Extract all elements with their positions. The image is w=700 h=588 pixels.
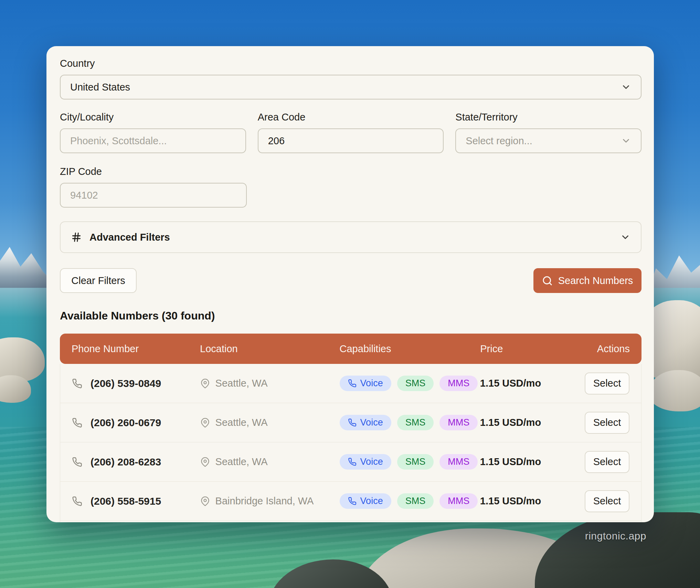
results-table-header: Phone Number Location Capabilities Price… [60,334,641,364]
table-row: (206) 208-6283 Seattle, WA VoiceSMSMMS 1… [60,442,641,482]
price-text: 1.15 USD/mo [480,495,557,507]
phone-icon [72,496,82,506]
site-watermark: ringtonic.app [585,530,646,542]
area-code-label: Area Code [258,112,444,123]
sms-capability-label: SMS [405,417,426,428]
voice-capability-label: Voice [360,456,383,467]
state-placeholder: Select region... [466,135,532,147]
zip-input[interactable] [60,183,247,208]
sms-capability-label: SMS [405,456,426,467]
mms-capability-badge: MMS [439,493,478,509]
select-button[interactable]: Select [585,451,629,473]
search-numbers-button[interactable]: Search Numbers [533,268,641,293]
phone-number-text: (206) 558-5915 [91,495,161,507]
column-header-location: Location [200,343,340,355]
select-button[interactable]: Select [585,412,629,434]
sms-capability-badge: SMS [397,415,434,430]
results-heading: Available Numbers (30 found) [60,309,641,322]
search-numbers-label: Search Numbers [558,275,633,286]
chevron-down-icon [621,82,631,92]
zip-label: ZIP Code [60,166,247,177]
actions-cell: Select [557,412,629,434]
location-text: Seattle, WA [215,417,268,428]
phone-number-cell: (206) 208-6283 [72,456,200,468]
advanced-filters-label: Advanced Filters [89,232,170,243]
table-row: (206) 539-0849 Seattle, WA VoiceSMSMMS 1… [60,364,641,403]
country-value: United States [70,82,130,93]
phone-icon [72,418,82,428]
capabilities-cell: VoiceSMSMMS [340,415,480,430]
location-text: Seattle, WA [215,456,268,468]
phone-number-text: (206) 539-0849 [91,378,161,389]
phone-number-text: (206) 208-6283 [91,456,161,468]
location-text: Bainbridge Island, WA [215,495,314,507]
table-row-clipped [60,521,641,522]
location-cell: Seattle, WA [200,456,340,468]
phone-icon [72,378,82,389]
phone-icon [348,497,357,505]
location-cell: Seattle, WA [200,417,340,428]
capabilities-cell: VoiceSMSMMS [340,376,480,391]
select-button[interactable]: Select [585,490,629,512]
map-pin-icon [200,418,210,428]
column-header-capabilities: Capabilities [340,343,480,355]
actions-cell: Select [557,490,629,512]
mms-capability-badge: MMS [439,454,478,470]
mms-capability-label: MMS [448,417,469,428]
column-header-price: Price [480,343,557,355]
price-text: 1.15 USD/mo [480,378,557,389]
country-select[interactable]: United States [60,75,641,99]
mms-capability-label: MMS [448,456,469,467]
phone-icon [348,418,357,427]
clear-filters-button[interactable]: Clear Filters [60,268,137,293]
price-text: 1.15 USD/mo [480,417,557,428]
phone-number-cell: (206) 558-5915 [72,495,200,507]
search-icon [542,275,553,286]
capabilities-cell: VoiceSMSMMS [340,493,480,509]
actions-cell: Select [557,451,629,473]
mms-capability-badge: MMS [439,415,478,430]
phone-number-cell: (206) 539-0849 [72,378,200,389]
results-body: (206) 539-0849 Seattle, WA VoiceSMSMMS 1… [60,364,641,522]
country-label: Country [60,58,641,69]
voice-capability-badge: Voice [340,454,391,470]
column-header-actions: Actions [557,343,630,355]
phone-icon [348,458,357,466]
phone-number-cell: (206) 260-0679 [72,417,200,429]
location-cell: Bainbridge Island, WA [200,495,340,507]
phone-icon [72,457,82,467]
sms-capability-badge: SMS [397,376,434,391]
voice-capability-label: Voice [360,378,383,389]
city-input[interactable] [60,128,246,153]
column-header-phone: Phone Number [72,343,200,355]
actions-cell: Select [557,372,629,395]
location-text: Seattle, WA [215,378,268,389]
phone-number-text: (206) 260-0679 [91,417,161,429]
map-pin-icon [200,379,210,388]
area-code-input[interactable] [258,128,444,153]
select-button[interactable]: Select [585,372,629,395]
capabilities-cell: VoiceSMSMMS [340,454,480,470]
table-row: (206) 260-0679 Seattle, WA VoiceSMSMMS 1… [60,403,641,442]
mms-capability-badge: MMS [439,376,478,391]
map-pin-icon [200,496,210,506]
chevron-down-icon [621,136,631,146]
voice-capability-badge: Voice [340,415,391,430]
voice-capability-badge: Voice [340,376,391,391]
mms-capability-label: MMS [448,378,469,389]
number-search-card: Country United States City/Locality Area… [46,46,654,522]
voice-capability-badge: Voice [340,493,391,509]
state-label: State/Territory [455,112,641,123]
phone-icon [348,379,357,388]
sms-capability-label: SMS [405,496,426,506]
location-cell: Seattle, WA [200,378,340,389]
state-select[interactable]: Select region... [455,128,641,153]
price-text: 1.15 USD/mo [480,456,557,468]
map-pin-icon [200,457,210,467]
sms-capability-badge: SMS [397,454,434,470]
city-label: City/Locality [60,112,246,123]
hash-icon [71,232,82,243]
voice-capability-label: Voice [360,417,383,428]
chevron-down-icon [620,232,630,242]
advanced-filters-toggle[interactable]: Advanced Filters [60,221,641,253]
